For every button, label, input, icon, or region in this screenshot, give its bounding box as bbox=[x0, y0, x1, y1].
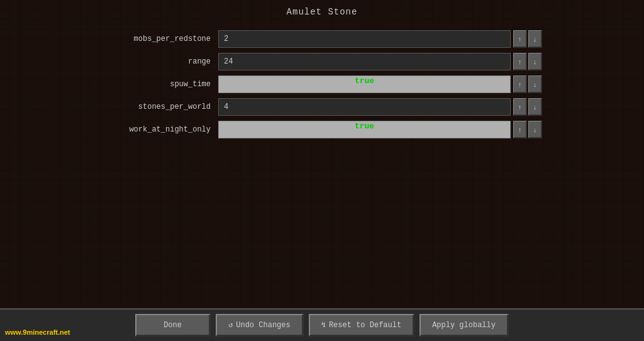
label-work_at_night_only: work_at_night_only bbox=[102, 125, 218, 134]
label-spuw_time: spuw_time bbox=[102, 80, 218, 89]
done-button[interactable]: Done bbox=[135, 314, 211, 337]
page-title: Amulet Stone bbox=[287, 7, 358, 17]
label-mobs_per_redstone: mobs_per_redstone bbox=[102, 35, 218, 43]
up-btn-stones_per_world[interactable]: ↑ bbox=[513, 98, 527, 116]
reset-button[interactable]: ↯ Reset to Default bbox=[309, 314, 414, 337]
setting-row: spuw_timetrue↑↓ bbox=[102, 74, 542, 94]
label-stones_per_world: stones_per_world bbox=[102, 103, 218, 111]
down-btn-range[interactable]: ↓ bbox=[528, 53, 542, 70]
bottom-bar: Done ↺ Undo Changes ↯ Reset to Default A… bbox=[0, 308, 644, 341]
setting-row: mobs_per_redstone↑↓ bbox=[102, 29, 542, 49]
undo-button[interactable]: ↺ Undo Changes bbox=[216, 314, 304, 337]
up-btn-spuw_time[interactable]: ↑ bbox=[513, 75, 527, 93]
input-range[interactable] bbox=[218, 53, 511, 70]
input-mobs_per_redstone[interactable] bbox=[218, 30, 511, 48]
up-btn-work_at_night_only[interactable]: ↑ bbox=[513, 121, 527, 138]
up-btn-mobs_per_redstone[interactable]: ↑ bbox=[513, 30, 527, 48]
setting-row: work_at_night_onlytrue↑↓ bbox=[102, 120, 542, 140]
reset-icon: ↯ bbox=[321, 320, 326, 330]
undo-icon: ↺ bbox=[228, 320, 233, 330]
down-btn-spuw_time[interactable]: ↓ bbox=[528, 75, 542, 93]
down-btn-mobs_per_redstone[interactable]: ↓ bbox=[528, 30, 542, 48]
up-btn-range[interactable]: ↑ bbox=[513, 53, 527, 70]
label-range: range bbox=[102, 57, 218, 66]
setting-row: stones_per_world↑↓ bbox=[102, 97, 542, 117]
down-btn-work_at_night_only[interactable]: ↓ bbox=[528, 121, 542, 138]
setting-row: range↑↓ bbox=[102, 52, 542, 72]
watermark: www.9minecraft.net bbox=[5, 328, 70, 336]
settings-panel: mobs_per_redstone↑↓range↑↓spuw_timetrue↑… bbox=[102, 29, 542, 140]
input-work_at_night_only[interactable]: true bbox=[218, 121, 511, 138]
input-stones_per_world[interactable] bbox=[218, 98, 511, 116]
apply-globally-button[interactable]: Apply globally bbox=[419, 314, 509, 337]
input-spuw_time[interactable]: true bbox=[218, 75, 511, 93]
down-btn-stones_per_world[interactable]: ↓ bbox=[528, 98, 542, 116]
